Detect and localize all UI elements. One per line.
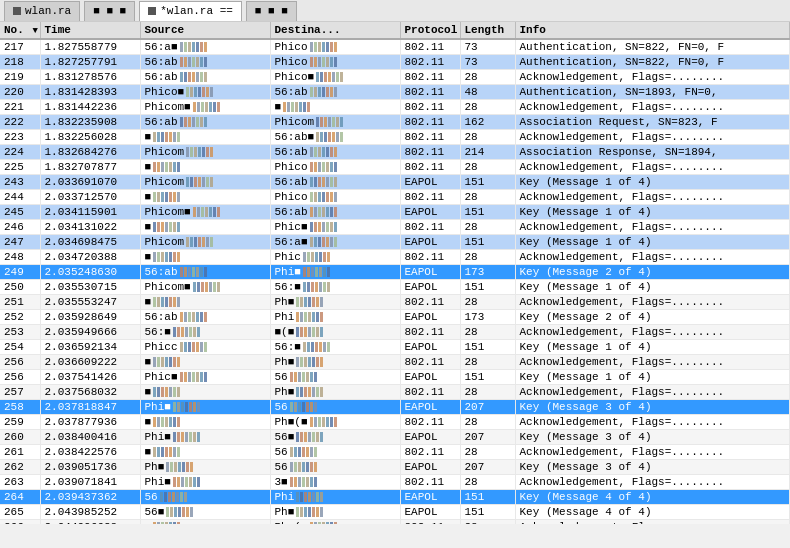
table-row[interactable]: 2452.034115901Phicom■56:abEAPOL151Key (M… — [0, 205, 790, 220]
cell-info: Acknowledgement, Flags=........ — [515, 355, 790, 370]
table-row[interactable]: 2462.034131022■Phic■802.1128Acknowledgem… — [0, 220, 790, 235]
svg-rect-139 — [334, 177, 337, 187]
table-row[interactable]: 2442.033712570■Phico802.1128Acknowledgem… — [0, 190, 790, 205]
table-row[interactable]: 2522.03592864956:abPhiEAPOL173Key (Messa… — [0, 310, 790, 325]
table-row[interactable]: 2171.82755877956:a■Phico802.1173Authenti… — [0, 39, 790, 55]
cell-time: 2.034115901 — [40, 205, 140, 220]
table-row[interactable]: 2642.03943736256PhiEAPOL151Key (Message … — [0, 490, 790, 505]
svg-rect-233 — [311, 282, 314, 292]
svg-rect-35 — [316, 72, 319, 82]
svg-rect-334 — [316, 387, 319, 397]
table-row[interactable]: 2251.832707877■Phico802.1128Acknowledgem… — [0, 160, 790, 175]
table-row[interactable]: 2562.036609222■Ph■802.1128Acknowledgemen… — [0, 355, 790, 370]
table-row[interactable]: 2542.036592134Phicc56:■EAPOL151Key (Mess… — [0, 340, 790, 355]
table-row[interactable]: 2201.831428393Phico■56:ab802.1148Authent… — [0, 85, 790, 100]
col-header-proto[interactable]: Protocol — [400, 22, 460, 39]
table-row[interactable]: 2592.037877936■Ph■(■802.1128Acknowledgem… — [0, 415, 790, 430]
svg-rect-433 — [320, 492, 323, 502]
svg-rect-161 — [310, 207, 313, 217]
svg-rect-350 — [153, 417, 156, 427]
col-header-no[interactable]: No. ▼ — [0, 22, 40, 39]
col-header-info[interactable]: Info — [515, 22, 790, 39]
svg-rect-387 — [298, 447, 301, 457]
svg-rect-33 — [200, 72, 203, 82]
svg-rect-121 — [318, 162, 321, 172]
table-row[interactable]: 2432.033691070Phicom56:abEAPOL151Key (Me… — [0, 175, 790, 190]
svg-rect-269 — [185, 327, 188, 337]
cell-proto: 802.11 — [400, 385, 460, 400]
svg-rect-224 — [193, 282, 196, 292]
table-row[interactable]: 2512.035553247■Ph■802.1128Acknowledgemen… — [0, 295, 790, 310]
svg-rect-229 — [213, 282, 216, 292]
svg-rect-244 — [177, 297, 180, 307]
col-header-dest[interactable]: Destina... — [270, 22, 400, 39]
table-row[interactable]: 2231.832256028■56:ab■802.1128Acknowledge… — [0, 130, 790, 145]
tab-wlan-ra[interactable]: wlan.ra — [4, 1, 80, 21]
table-row[interactable]: 2532.03594966656:■■(■802.1128Acknowledge… — [0, 325, 790, 340]
svg-rect-225 — [197, 282, 200, 292]
svg-rect-188 — [210, 237, 213, 247]
svg-rect-309 — [184, 372, 187, 382]
table-row[interactable]: 2562.037541426Phic■56EAPOL151Key (Messag… — [0, 370, 790, 385]
svg-rect-176 — [314, 222, 317, 232]
svg-rect-155 — [197, 207, 200, 217]
svg-rect-326 — [169, 387, 172, 397]
cell-info: Key (Message 1 of 4) — [515, 235, 790, 250]
table-row[interactable]: 2652.04398525256■Ph■EAPOL151Key (Message… — [0, 505, 790, 520]
table-row[interactable]: 2632.039071841Phi■3■802.1128Acknowledgem… — [0, 475, 790, 490]
svg-rect-293 — [327, 342, 330, 352]
cell-length: 28 — [460, 385, 515, 400]
svg-rect-82 — [336, 117, 339, 127]
table-row[interactable]: 2602.038400416Phi■56■EAPOL207Key (Messag… — [0, 430, 790, 445]
svg-rect-177 — [318, 222, 321, 232]
table-row[interactable]: 2211.831442236Phicom■■802.1128Acknowledg… — [0, 100, 790, 115]
svg-rect-384 — [177, 447, 180, 457]
svg-rect-70 — [180, 117, 183, 127]
cell-info: Acknowledgement, Flags=........ — [515, 70, 790, 85]
svg-rect-163 — [318, 207, 321, 217]
table-row[interactable]: 2622.039051736Ph■56EAPOL207Key (Message … — [0, 460, 790, 475]
col-header-source[interactable]: Source — [140, 22, 270, 39]
table-row[interactable]: 2492.03524863056:abPhi■EAPOL173Key (Mess… — [0, 265, 790, 280]
table-row[interactable]: 2502.035530715Phicom■56:■EAPOL151Key (Me… — [0, 280, 790, 295]
svg-rect-400 — [294, 462, 297, 472]
svg-rect-366 — [181, 432, 184, 442]
table-row[interactable]: 2572.037568032■Ph■802.1128Acknowledgemen… — [0, 385, 790, 400]
table-row[interactable]: 2181.82725779156:abPhico802.1173Authenti… — [0, 55, 790, 70]
tab-active[interactable]: *wlan.ra == — [139, 1, 242, 21]
table-row[interactable]: 2241.832684276Phicom56:ab802.11214Associ… — [0, 145, 790, 160]
cell-proto: 802.11 — [400, 415, 460, 430]
tab-dots-1[interactable]: ■ ■ ■ — [84, 1, 135, 21]
cell-no: 265 — [0, 505, 40, 520]
svg-rect-78 — [320, 117, 323, 127]
svg-rect-53 — [326, 87, 329, 97]
table-row[interactable]: 2662.044006638■Ph■(■802.1128Acknowledgem… — [0, 520, 790, 525]
svg-rect-56 — [193, 102, 196, 112]
svg-rect-1 — [184, 42, 187, 52]
svg-rect-2 — [188, 42, 191, 52]
cell-length: 151 — [460, 490, 515, 505]
cell-info: Acknowledgement, Flags=........ — [515, 160, 790, 175]
cell-time: 1.832684276 — [40, 145, 140, 160]
table-row[interactable]: 2472.034698475Phicom56:a■EAPOL151Key (Me… — [0, 235, 790, 250]
col-header-time[interactable]: Time — [40, 22, 140, 39]
table-row[interactable]: 2582.037818847Phi■56EAPOL207Key (Message… — [0, 400, 790, 415]
svg-rect-135 — [318, 177, 321, 187]
col-header-length[interactable]: Length — [460, 22, 515, 39]
svg-rect-69 — [307, 102, 310, 112]
cell-info: Acknowledgement, Flags=........ — [515, 220, 790, 235]
tab-dots-2[interactable]: ■ ■ ■ — [246, 1, 297, 21]
cell-length: 207 — [460, 430, 515, 445]
svg-rect-305 — [312, 357, 315, 367]
svg-rect-227 — [205, 282, 208, 292]
svg-rect-286 — [204, 342, 207, 352]
svg-rect-115 — [165, 162, 168, 172]
svg-rect-282 — [188, 342, 191, 352]
table-row[interactable]: 2482.034720388■Phic802.1128Acknowledgeme… — [0, 250, 790, 265]
table-row[interactable]: 2221.83223590856:abPhicom802.11162Associ… — [0, 115, 790, 130]
table-row[interactable]: 2191.83127857656:abPhico■802.1128Acknowl… — [0, 70, 790, 85]
table-row[interactable]: 2612.038422576■56802.1128Acknowledgement… — [0, 445, 790, 460]
svg-rect-97 — [340, 132, 343, 142]
svg-rect-329 — [296, 387, 299, 397]
svg-rect-158 — [209, 207, 212, 217]
